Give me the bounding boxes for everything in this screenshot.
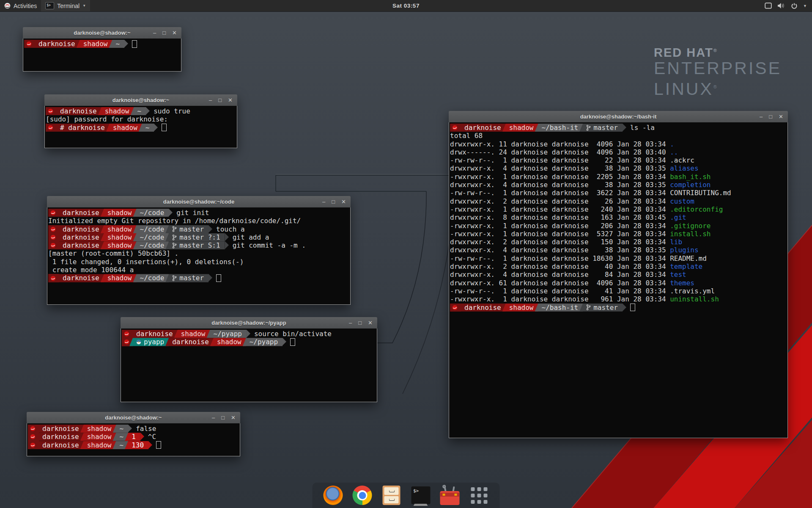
rhel-brand-line3: LINUX® (654, 77, 782, 98)
rhel-brand-line1: RED HAT® (654, 44, 782, 59)
terminal-window-bash-it[interactable]: darknoise@shadow:~/bash-it – □ ✕ darknoi… (449, 111, 788, 438)
ls-row-meta: drwxrwxr-x. 4 darknoise darknoise 38 Jan… (450, 246, 670, 254)
filename: themes (670, 279, 694, 287)
prompt-line: darknoiseshadow~/bash-itmaster (450, 304, 787, 312)
ls-row: drwxrwxr-x. 4 darknoise darknoise 38 Jan… (450, 246, 787, 254)
ls-row: -rw-rw-r--. 1 darknoise darknoise 3622 J… (450, 189, 787, 197)
window-titlebar[interactable]: darknoise@shadow:~ – □ ✕ (23, 27, 181, 39)
window-titlebar[interactable]: darknoise@shadow:~ – □ ✕ (44, 94, 237, 106)
terminal-cursor (630, 304, 635, 311)
prompt-segment-user: darknoise (56, 233, 104, 241)
filename: CONTRIBUTING.md (670, 189, 731, 197)
prompt-segment-path: ~/bash-it (535, 304, 583, 312)
ls-row-meta: -rw-rw-r--. 1 darknoise darknoise 3622 J… (450, 189, 670, 197)
filename: aliases (670, 164, 698, 172)
window-titlebar[interactable]: darknoise@shadow:~/bash-it – □ ✕ (449, 111, 788, 123)
ls-row-meta: drwx------. 24 darknoise darknoise 4096 … (450, 148, 670, 156)
prompt-segment-user: darknoise (36, 433, 84, 441)
terminal-content[interactable]: darknoiseshadow~falsedarknoiseshadow~1^C… (27, 423, 240, 456)
prompt-arrow (140, 433, 144, 440)
terminal-window-code[interactable]: darknoise@shadow:~/code – □ ✕ darknoises… (47, 196, 351, 305)
app-menu-label: Terminal (57, 3, 80, 9)
prompt-segment-user: darknoise (36, 441, 84, 449)
filename: completion (670, 181, 710, 189)
ls-row: -rwxrwxr-x. 1 darknoise darknoise 206 Ja… (450, 222, 787, 230)
terminal-content[interactable]: darknoiseshadow~ (23, 39, 181, 72)
maximize-button[interactable]: □ (769, 114, 772, 119)
app-grid-icon (471, 487, 487, 504)
minimize-button[interactable]: – (212, 415, 215, 420)
redhat-icon (30, 426, 36, 431)
rhel-brand-line2: ENTERPRISE (654, 59, 782, 77)
activities-button[interactable]: Activities (0, 0, 41, 11)
filename: install.sh (670, 230, 710, 238)
prompt-segment-path: ~/code (133, 274, 169, 282)
redhat-icon (50, 210, 56, 215)
ls-row-meta: drwxrwxr-x. 4 darknoise darknoise 84 Jan… (450, 271, 670, 279)
prompt-line: # darknoiseshadow~ (46, 124, 237, 132)
system-status-area[interactable]: ▼ (762, 0, 809, 11)
terminal-content[interactable]: darknoiseshadow~/pyappsource bin/activat… (121, 329, 377, 402)
dock-terminal[interactable]: $> (410, 485, 431, 506)
prompt-segment-host: shadow (502, 304, 538, 312)
dock-chrome[interactable] (352, 485, 373, 506)
dock-files[interactable] (381, 485, 402, 506)
minimize-button[interactable]: – (209, 97, 212, 103)
prompt-arrow (208, 225, 212, 233)
maximize-button[interactable]: □ (358, 320, 362, 326)
clock[interactable]: Sat 03:57 (392, 3, 420, 9)
prompt-segment-git: master (579, 124, 623, 132)
volume-icon (777, 3, 785, 9)
terminal-window-sudo[interactable]: darknoise@shadow:~ – □ ✕ darknoiseshadow… (44, 94, 237, 148)
close-button[interactable]: ✕ (231, 415, 236, 420)
window-titlebar[interactable]: darknoise@shadow:~/pyapp – □ ✕ (121, 317, 377, 329)
minimize-button[interactable]: – (760, 114, 763, 119)
terminal-window-home-2[interactable]: darknoise@shadow:~ – □ ✕ darknoiseshadow… (27, 412, 240, 456)
close-button[interactable]: ✕ (779, 114, 783, 119)
filename: .git (670, 213, 686, 221)
close-button[interactable]: ✕ (228, 97, 233, 103)
terminal-window-home-1[interactable]: darknoise@shadow:~ – □ ✕ darknoiseshadow… (23, 27, 181, 72)
firefox-icon (324, 486, 343, 505)
maximize-button[interactable]: □ (218, 97, 222, 103)
terminal-cursor (132, 40, 137, 48)
prompt-segment-user: darknoise (56, 209, 104, 217)
prompt-segment-host: shadow (174, 330, 210, 338)
window-titlebar[interactable]: darknoise@shadow:~ – □ ✕ (27, 412, 240, 424)
maximize-button[interactable]: □ (162, 30, 166, 36)
terminal-content[interactable]: darknoiseshadow~sudo true[sudo] password… (44, 106, 237, 148)
app-menu[interactable]: $> Terminal ▼ (41, 0, 90, 11)
prompt-arrow (124, 40, 128, 47)
terminal-window-pyapp[interactable]: darknoise@shadow:~/pyapp – □ ✕ darknoise… (121, 317, 377, 402)
dock-toolbox[interactable] (439, 485, 461, 506)
minimize-button[interactable]: – (322, 199, 325, 204)
prompt-segment-host: shadow (101, 274, 137, 282)
prompt-line: pyappdarknoiseshadow~/pyapp (122, 338, 377, 346)
close-button[interactable]: ✕ (172, 30, 177, 36)
command-text: git init (176, 209, 209, 217)
dock-firefox[interactable] (323, 485, 344, 506)
window-title: darknoise@shadow:~ (105, 414, 162, 421)
maximize-button[interactable]: □ (332, 199, 335, 204)
prompt-segment-user: darknoise (458, 304, 506, 312)
redhat-logo-icon (4, 3, 11, 9)
close-button[interactable]: ✕ (368, 320, 373, 326)
chevron-down-icon: ▼ (82, 4, 86, 8)
prompt-line: darknoiseshadow~ (24, 40, 181, 48)
window-titlebar[interactable]: darknoise@shadow:~/code – □ ✕ (47, 196, 351, 208)
filename: lib (670, 238, 682, 246)
dock-app-grid[interactable] (469, 485, 490, 506)
ls-row: drwxrwxr-x. 11 darknoise darknoise 4096 … (450, 140, 787, 148)
minimize-button[interactable]: – (349, 320, 352, 326)
maximize-button[interactable]: □ (221, 415, 225, 420)
top-bar: Activities $> Terminal ▼ Sat 03:57 ▼ (0, 0, 812, 11)
terminal-content[interactable]: darknoiseshadow~/codegit initInitialized… (47, 207, 351, 305)
ls-row-meta: -rwxrwxr-x. 1 darknoise darknoise 2205 J… (450, 173, 670, 181)
prompt-segment-git: master S:1 (165, 241, 225, 249)
git-branch-icon (172, 243, 177, 248)
close-button[interactable]: ✕ (341, 199, 346, 204)
ls-row: -rwxrwxr-x. 1 darknoise darknoise 2205 J… (450, 173, 787, 181)
terminal-content[interactable]: darknoiseshadow~/bash-itmasterls -latota… (449, 122, 788, 438)
minimize-button[interactable]: – (153, 30, 156, 36)
ls-row-meta: drwxrwxr-x. 2 darknoise darknoise 150 Ja… (450, 238, 670, 246)
